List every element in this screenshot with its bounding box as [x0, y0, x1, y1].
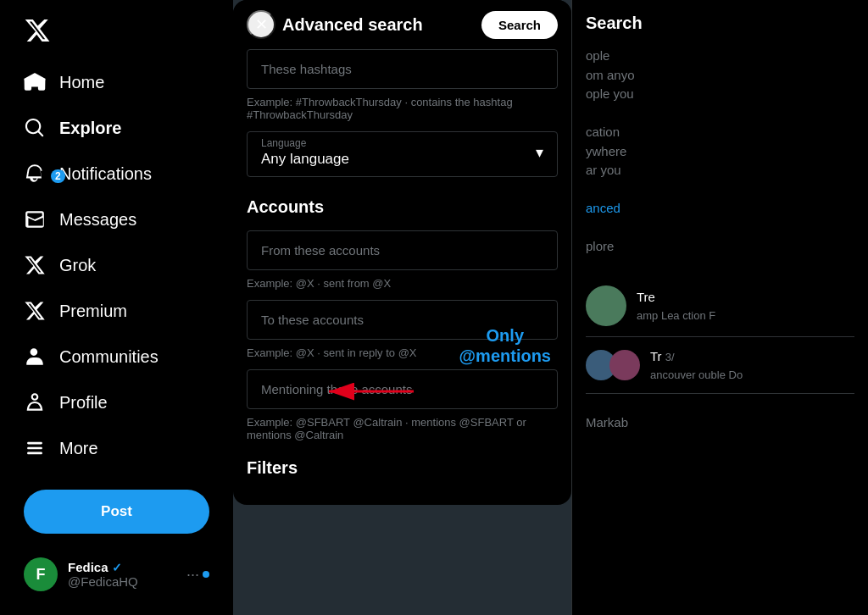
mentioning-container: Only@mentions Example: @SFBART @Caltrain… [247, 369, 558, 452]
markaba-text: Markab [586, 413, 854, 433]
sidebar-item-label-more: More [59, 439, 98, 458]
hashtags-input[interactable] [247, 49, 558, 89]
mail-icon [24, 208, 46, 230]
sidebar-item-premium[interactable]: Premium [10, 290, 223, 332]
sidebar-item-label-notifications: Notifications [59, 164, 152, 184]
home-icon [24, 71, 46, 93]
main-content: asdasdasd ··· Top Latest People Media Li… [233, 0, 571, 615]
bell-icon: 2 [24, 163, 46, 185]
to-accounts-input[interactable] [247, 300, 558, 340]
mentioning-hint: Example: @SFBART @Caltrain · mentions @S… [247, 413, 558, 452]
user-name: Fedica ✓ [68, 560, 176, 574]
grok-icon [24, 254, 46, 276]
premium-icon [24, 300, 46, 322]
sidebar-item-label-communities: Communities [59, 347, 159, 367]
chevron-down-icon: ▾ [536, 143, 543, 162]
user-profile[interactable]: F Fedica ✓ @FedicaHQ ··· [10, 547, 223, 601]
hashtags-hint: Example: #ThrowbackThursday · contains t… [247, 92, 558, 131]
post-button[interactable]: Post [24, 490, 209, 534]
user-handle: @FedicaHQ [68, 574, 176, 589]
sidebar-item-more[interactable]: More [10, 427, 223, 469]
right-sidebar-title: Search [586, 14, 854, 33]
modal-search-button[interactable]: Search [481, 11, 558, 39]
sidebar-item-label-home: Home [59, 73, 104, 92]
sidebar-item-label-premium: Premium [59, 302, 127, 321]
modal-header: ✕ Advanced search Search [233, 0, 571, 49]
explore-item-2: Tr 3/ ancouver ouble Do [586, 337, 854, 394]
advanced-search-modal: ✕ Advanced search Search Example: #Throw… [233, 0, 571, 505]
explore-avatar-1 [586, 285, 626, 326]
more-icon [24, 437, 46, 459]
communities-icon [24, 346, 46, 368]
to-accounts-hint: Example: @X · sent in reply to @X [247, 343, 558, 369]
person-icon [24, 391, 46, 413]
sidebar-item-label-grok: Grok [59, 256, 96, 275]
sidebar-item-notifications[interactable]: 2 Notifications [10, 152, 223, 195]
modal-close-button[interactable]: ✕ [247, 10, 275, 39]
accounts-section-title: Accounts [247, 197, 558, 217]
verified-icon: ✓ [112, 561, 122, 574]
explore-item-1: Tre amp Lea ction F [586, 275, 854, 337]
user-more-icon: ··· [186, 566, 209, 584]
modal-title: Advanced search [282, 15, 481, 35]
sidebar-item-label-messages: Messages [59, 210, 136, 230]
blue-dot [203, 571, 209, 578]
explore-avatar-2b [609, 350, 640, 380]
modal-overlay[interactable]: ✕ Advanced search Search Example: #Throw… [233, 0, 571, 615]
mentioning-input[interactable] [247, 369, 558, 409]
sidebar-nav: Home Explore 2 Notifications Messages [10, 61, 223, 476]
sidebar: Home Explore 2 Notifications Messages [0, 0, 233, 615]
sidebar-item-grok[interactable]: Grok [10, 244, 223, 286]
x-logo[interactable] [10, 7, 223, 58]
annotation-wrapper: Only@mentions [247, 369, 558, 413]
sidebar-item-messages[interactable]: Messages [10, 198, 223, 241]
notification-badge: 2 [51, 169, 65, 183]
from-accounts-hint: Example: @X · sent from @X [247, 274, 558, 300]
from-accounts-input[interactable] [247, 230, 558, 270]
right-sidebar-content: ople om anyo ople you cation ywhere ar y… [586, 47, 854, 432]
advanced-search-link[interactable]: anced [586, 199, 854, 219]
language-label: Language [261, 137, 536, 149]
user-info: Fedica ✓ @FedicaHQ [68, 560, 176, 589]
filters-section-title: Filters [247, 458, 558, 478]
sidebar-item-profile[interactable]: Profile [10, 381, 223, 424]
modal-body: Example: #ThrowbackThursday · contains t… [233, 49, 571, 505]
sidebar-item-label-explore: Explore [59, 119, 121, 138]
right-sidebar: Search ople om anyo ople you cation ywhe… [571, 0, 868, 615]
language-value: Any language [261, 151, 536, 168]
sidebar-item-label-profile: Profile [59, 393, 108, 413]
sidebar-item-communities[interactable]: Communities [10, 335, 223, 378]
sidebar-item-explore[interactable]: Explore [10, 107, 223, 149]
explore-icon [24, 117, 46, 139]
avatar: F [24, 557, 58, 591]
language-selector[interactable]: Language Any language ▾ [247, 131, 558, 177]
sidebar-item-home[interactable]: Home [10, 61, 223, 103]
